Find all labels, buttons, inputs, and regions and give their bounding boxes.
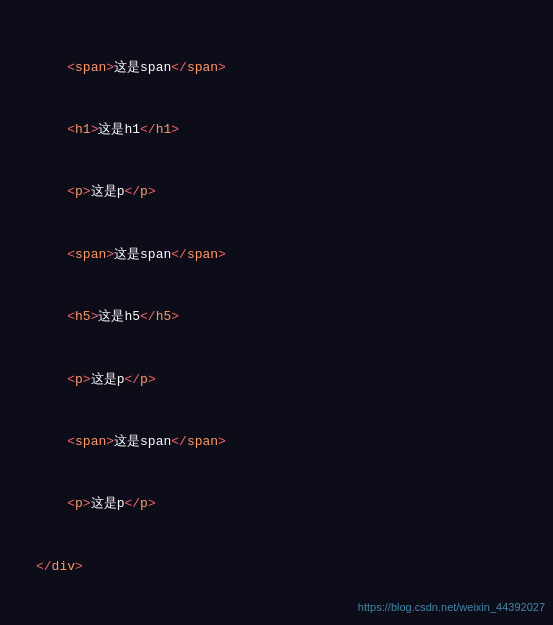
line-6: <p>这是p</p> bbox=[36, 370, 545, 391]
line-3: <p>这是p</p> bbox=[36, 182, 545, 203]
line-4: <span>这是span</span> bbox=[36, 245, 545, 266]
line-7: <span>这是span</span> bbox=[36, 432, 545, 453]
line-2: <h1>这是h1</h1> bbox=[36, 120, 545, 141]
line-9: </div> bbox=[36, 557, 545, 578]
line-8: <p>这是p</p> bbox=[36, 494, 545, 515]
code-editor: <span>这是span</span> <h1>这是h1</h1> <p>这是p… bbox=[0, 0, 553, 625]
line-1: <span>这是span</span> bbox=[36, 58, 545, 79]
watermark: https://blog.csdn.net/weixin_44392027 bbox=[358, 599, 545, 617]
line-5: <h5>这是h5</h5> bbox=[36, 307, 545, 328]
code-lines: <span>这是span</span> <h1>这是h1</h1> <p>这是p… bbox=[28, 8, 553, 625]
line-10 bbox=[36, 619, 545, 625]
